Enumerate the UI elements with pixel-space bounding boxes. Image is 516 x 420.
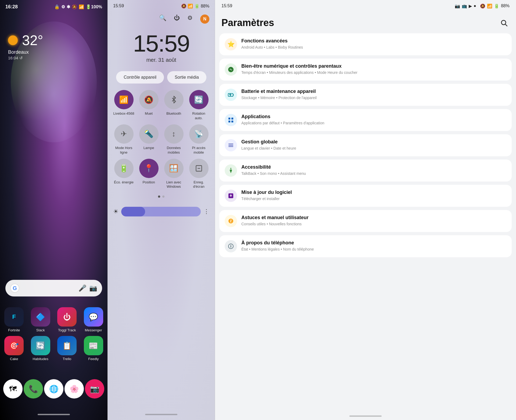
tile-mute[interactable]: 🔕 Muet — [138, 90, 159, 121]
tile-data-label: Données mobiles — [163, 146, 184, 155]
dock-camera[interactable]: 📷 — [85, 379, 104, 399]
settings-item-battery[interactable]: Batterie et maintenance appareil Stockag… — [219, 84, 512, 106]
tile-flashlight[interactable]: 🔦 Lampe — [138, 124, 159, 155]
dock-chrome[interactable]: 🌐 — [44, 379, 63, 399]
dot-2 — [162, 195, 164, 198]
quick-settings-panel: 15:59 🔕 📶 🔋 88% 🔍 ⏻ ⚙ N 15:59 mer. 31 ao… — [108, 0, 215, 420]
update-title: Mise à jour du logiciel — [241, 190, 506, 195]
about-icon — [225, 240, 237, 252]
settings-item-advanced[interactable]: ⭐ Fonctions avancées Android Auto • Labs… — [219, 33, 512, 55]
app-toggl[interactable]: ⏻ Toggl Track — [56, 307, 78, 332]
svg-rect-8 — [231, 118, 233, 120]
battery-saver-icon: 🔋 — [114, 159, 134, 178]
search-bar[interactable]: G 🎤 📷 — [5, 280, 102, 296]
battery-sub: Stockage • Mémoire • Protection de l'app… — [241, 95, 506, 101]
tile-bluetooth[interactable]: Bluetooth — [163, 90, 184, 121]
trello-label: Trello — [63, 357, 71, 361]
tile-hotspot[interactable]: 📡 Pt accès mobile — [188, 124, 209, 155]
app-messenger[interactable]: 💬 Messenger — [82, 307, 105, 332]
lens-icon[interactable]: 📷 — [89, 284, 97, 292]
brightness-control[interactable]: ☀ ⋮ — [108, 203, 215, 220]
tile-airplane[interactable]: ✈ Mode Hors ligne — [113, 124, 134, 155]
svg-rect-9 — [228, 121, 230, 122]
app-cake[interactable]: 🎯 Cake — [3, 336, 26, 361]
settings-card-update: Mise à jour du logiciel Télécharger et i… — [219, 185, 512, 207]
brightness-track[interactable] — [121, 207, 201, 216]
accessibility-title: Accessibilité — [241, 164, 506, 170]
qs-time: 15:59 — [113, 3, 124, 8]
messenger-label: Messenger — [85, 328, 102, 332]
tile-screen-record-label: Enreg. d'écran — [188, 180, 209, 189]
app-feedly[interactable]: 📰 Feedly — [82, 336, 105, 361]
settings-item-wellbeing[interactable]: Bien-être numérique et contrôles parenta… — [219, 59, 512, 81]
qs-media-output-button[interactable]: Sortie média — [167, 71, 206, 84]
trello-icon: 📋 — [57, 336, 77, 355]
battery-title: Batterie et maintenance appareil — [241, 89, 506, 94]
qs-power-icon[interactable]: ⏻ — [174, 15, 180, 24]
rotation-icon: 🔄 — [189, 90, 209, 109]
airplane-icon: ✈ — [114, 124, 134, 144]
tile-screen-record[interactable]: Enreg. d'écran — [188, 159, 209, 189]
apps-sub: Applications par défaut • Paramètres d'a… — [241, 121, 506, 126]
tile-hotspot-label: Pt accès mobile — [188, 146, 209, 155]
temperature: 32° — [22, 32, 43, 48]
wellbeing-sub: Temps d'écran • Minuteurs des applicatio… — [241, 70, 506, 75]
app-dock: 🗺 📞 🌐 🌸 📷 — [3, 379, 105, 399]
dock-blossom[interactable]: 🌸 — [64, 379, 84, 399]
settings-item-accessibility[interactable]: Accessibilité TalkBack • Son mono • Assi… — [219, 160, 512, 182]
settings-item-update[interactable]: Mise à jour du logiciel Télécharger et i… — [219, 185, 512, 207]
settings-item-apps[interactable]: Applications Applications par défaut • P… — [219, 109, 512, 131]
slack-icon: 🔷 — [31, 307, 50, 327]
settings-bottom-bar — [215, 412, 516, 420]
brightness-icon: ☀ — [113, 208, 119, 215]
svg-point-14 — [230, 168, 231, 169]
qs-avatar[interactable]: N — [200, 15, 209, 24]
tile-location[interactable]: 📍 Position — [138, 159, 159, 189]
tips-title: Astuces et manuel utilisateur — [241, 215, 506, 220]
tile-link-windows[interactable]: 🪟 Lien avec Windows — [163, 159, 184, 189]
dot-1 — [158, 195, 160, 198]
app-habitudes[interactable]: 🔄 Habitudes — [29, 336, 52, 361]
toggl-label: Toggl Track — [58, 328, 76, 332]
settings-item-about[interactable]: À propos du téléphone État • Mentions lé… — [219, 235, 512, 257]
tile-flashlight-label: Lampe — [144, 146, 154, 150]
qs-device-control-button[interactable]: Contrôle appareil — [116, 71, 164, 84]
tile-battery-saver[interactable]: 🔋 Éco. énergie — [113, 159, 134, 189]
mic-icon[interactable]: 🎤 — [78, 284, 87, 292]
feedly-icon: 📰 — [84, 336, 103, 355]
qs-settings-icon[interactable]: ⚙ — [187, 15, 193, 24]
svg-rect-13 — [228, 146, 233, 147]
tile-battery-label: Éco. énergie — [114, 180, 134, 185]
settings-item-tips[interactable]: Astuces et manuel utilisateur Conseils u… — [219, 210, 512, 232]
home-screen: 16:28 🔒 ⚙ ✱ 🔕 📶 🔋100% 32° Bordeaux 16:04… — [0, 0, 108, 420]
brightness-fill — [121, 207, 145, 216]
qs-clock-date: mer. 31 août — [108, 57, 215, 63]
advanced-icon: ⭐ — [225, 38, 237, 50]
app-slack[interactable]: 🔷 Slack — [29, 307, 52, 332]
qs-action-buttons: Contrôle appareil Sortie média — [108, 66, 215, 86]
app-trello[interactable]: 📋 Trello — [56, 336, 78, 361]
qs-search-icon[interactable]: 🔍 — [159, 15, 166, 24]
qs-bottom-indicator — [145, 414, 177, 415]
tile-rotation[interactable]: 🔄 Rotation auto. — [188, 90, 209, 121]
settings-card-accessibility: Accessibilité TalkBack • Son mono • Assi… — [219, 160, 512, 182]
settings-item-global[interactable]: Gestion globale Langue et clavier • Date… — [219, 134, 512, 156]
global-sub: Langue et clavier • Date et heure — [241, 146, 506, 151]
qs-clock: 15:59 mer. 31 août — [108, 26, 215, 66]
toggl-icon: ⏻ — [57, 307, 77, 327]
dock-maps[interactable]: 🗺 — [3, 379, 23, 399]
about-title: À propos du téléphone — [241, 240, 506, 246]
messenger-icon: 💬 — [84, 307, 103, 327]
feedly-label: Feedly — [88, 357, 99, 361]
svg-rect-10 — [231, 121, 233, 122]
dock-phone[interactable]: 📞 — [24, 379, 43, 399]
data-icon: ↕ — [164, 124, 184, 144]
brightness-more-icon[interactable]: ⋮ — [203, 208, 209, 215]
tile-wifi[interactable]: 📶 Livebox-4568 — [113, 90, 134, 121]
tile-airplane-label: Mode Hors ligne — [113, 146, 134, 155]
city-name: Bordeaux — [8, 49, 43, 55]
settings-card-global: Gestion globale Langue et clavier • Date… — [219, 134, 512, 156]
tile-data[interactable]: ↕ Données mobiles — [163, 124, 184, 155]
settings-search-button[interactable] — [498, 17, 510, 28]
app-fortnite[interactable]: F Fortnite — [3, 307, 26, 332]
